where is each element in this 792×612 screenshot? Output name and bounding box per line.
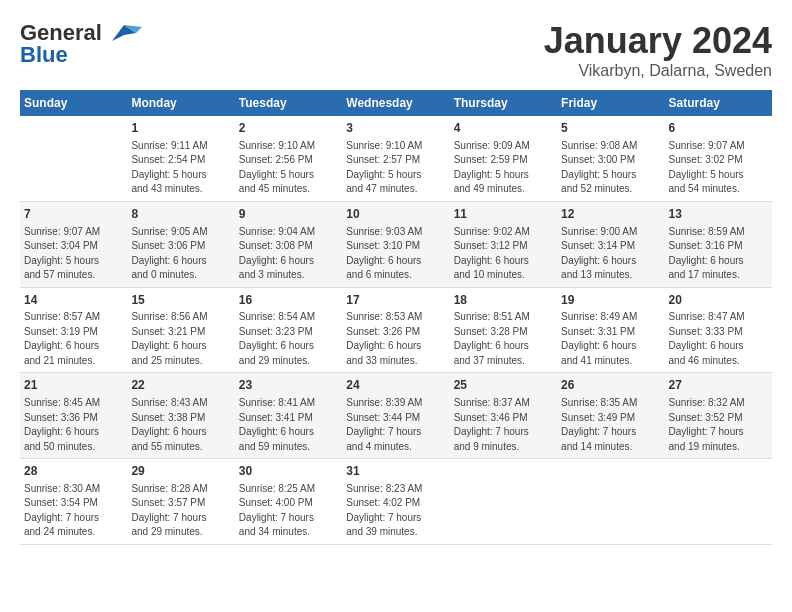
day-number: 10 [346,206,445,223]
day-number: 26 [561,377,660,394]
calendar-cell: 3Sunrise: 9:10 AM Sunset: 2:57 PM Daylig… [342,116,449,201]
calendar-cell: 28Sunrise: 8:30 AM Sunset: 3:54 PM Dayli… [20,459,127,545]
day-info: Sunrise: 9:03 AM Sunset: 3:10 PM Dayligh… [346,225,445,283]
page-header: General Blue January 2024 Vikarbyn, Dala… [20,20,772,80]
day-info: Sunrise: 8:56 AM Sunset: 3:21 PM Dayligh… [131,310,230,368]
calendar-cell: 8Sunrise: 9:05 AM Sunset: 3:06 PM Daylig… [127,201,234,287]
day-info: Sunrise: 8:41 AM Sunset: 3:41 PM Dayligh… [239,396,338,454]
day-number: 28 [24,463,123,480]
calendar-cell: 10Sunrise: 9:03 AM Sunset: 3:10 PM Dayli… [342,201,449,287]
calendar-cell: 11Sunrise: 9:02 AM Sunset: 3:12 PM Dayli… [450,201,557,287]
day-number: 11 [454,206,553,223]
day-info: Sunrise: 9:09 AM Sunset: 2:59 PM Dayligh… [454,139,553,197]
day-number: 5 [561,120,660,137]
calendar-cell [450,459,557,545]
day-of-week-header: Thursday [450,90,557,116]
calendar-cell: 1Sunrise: 9:11 AM Sunset: 2:54 PM Daylig… [127,116,234,201]
day-info: Sunrise: 8:39 AM Sunset: 3:44 PM Dayligh… [346,396,445,454]
calendar-cell: 22Sunrise: 8:43 AM Sunset: 3:38 PM Dayli… [127,373,234,459]
day-of-week-header: Monday [127,90,234,116]
calendar-cell: 20Sunrise: 8:47 AM Sunset: 3:33 PM Dayli… [665,287,772,373]
calendar-cell: 5Sunrise: 9:08 AM Sunset: 3:00 PM Daylig… [557,116,664,201]
calendar-cell: 23Sunrise: 8:41 AM Sunset: 3:41 PM Dayli… [235,373,342,459]
day-info: Sunrise: 8:25 AM Sunset: 4:00 PM Dayligh… [239,482,338,540]
day-info: Sunrise: 9:10 AM Sunset: 2:56 PM Dayligh… [239,139,338,197]
day-number: 8 [131,206,230,223]
day-number: 20 [669,292,768,309]
day-number: 30 [239,463,338,480]
day-info: Sunrise: 8:47 AM Sunset: 3:33 PM Dayligh… [669,310,768,368]
day-info: Sunrise: 9:00 AM Sunset: 3:14 PM Dayligh… [561,225,660,283]
calendar-cell [665,459,772,545]
calendar-cell: 16Sunrise: 8:54 AM Sunset: 3:23 PM Dayli… [235,287,342,373]
logo: General Blue [20,20,142,68]
calendar-cell: 14Sunrise: 8:57 AM Sunset: 3:19 PM Dayli… [20,287,127,373]
day-number: 16 [239,292,338,309]
day-number: 6 [669,120,768,137]
calendar-cell: 2Sunrise: 9:10 AM Sunset: 2:56 PM Daylig… [235,116,342,201]
day-info: Sunrise: 8:45 AM Sunset: 3:36 PM Dayligh… [24,396,123,454]
day-info: Sunrise: 9:07 AM Sunset: 3:02 PM Dayligh… [669,139,768,197]
calendar-cell: 29Sunrise: 8:28 AM Sunset: 3:57 PM Dayli… [127,459,234,545]
calendar-cell: 25Sunrise: 8:37 AM Sunset: 3:46 PM Dayli… [450,373,557,459]
calendar-cell [20,116,127,201]
day-info: Sunrise: 9:02 AM Sunset: 3:12 PM Dayligh… [454,225,553,283]
calendar-cell: 9Sunrise: 9:04 AM Sunset: 3:08 PM Daylig… [235,201,342,287]
calendar-cell [557,459,664,545]
calendar-cell: 26Sunrise: 8:35 AM Sunset: 3:49 PM Dayli… [557,373,664,459]
day-of-week-header: Friday [557,90,664,116]
calendar-week-row: 7Sunrise: 9:07 AM Sunset: 3:04 PM Daylig… [20,201,772,287]
day-number: 19 [561,292,660,309]
day-info: Sunrise: 9:05 AM Sunset: 3:06 PM Dayligh… [131,225,230,283]
day-number: 21 [24,377,123,394]
day-number: 17 [346,292,445,309]
day-number: 22 [131,377,230,394]
day-info: Sunrise: 9:07 AM Sunset: 3:04 PM Dayligh… [24,225,123,283]
day-number: 9 [239,206,338,223]
calendar-cell: 15Sunrise: 8:56 AM Sunset: 3:21 PM Dayli… [127,287,234,373]
day-info: Sunrise: 8:35 AM Sunset: 3:49 PM Dayligh… [561,396,660,454]
day-info: Sunrise: 9:10 AM Sunset: 2:57 PM Dayligh… [346,139,445,197]
calendar-cell: 27Sunrise: 8:32 AM Sunset: 3:52 PM Dayli… [665,373,772,459]
calendar-cell: 19Sunrise: 8:49 AM Sunset: 3:31 PM Dayli… [557,287,664,373]
day-info: Sunrise: 8:30 AM Sunset: 3:54 PM Dayligh… [24,482,123,540]
day-info: Sunrise: 9:08 AM Sunset: 3:00 PM Dayligh… [561,139,660,197]
day-info: Sunrise: 9:04 AM Sunset: 3:08 PM Dayligh… [239,225,338,283]
calendar-cell: 24Sunrise: 8:39 AM Sunset: 3:44 PM Dayli… [342,373,449,459]
day-of-week-header: Tuesday [235,90,342,116]
calendar-cell: 18Sunrise: 8:51 AM Sunset: 3:28 PM Dayli… [450,287,557,373]
calendar-week-row: 14Sunrise: 8:57 AM Sunset: 3:19 PM Dayli… [20,287,772,373]
day-number: 7 [24,206,123,223]
day-info: Sunrise: 8:28 AM Sunset: 3:57 PM Dayligh… [131,482,230,540]
day-number: 12 [561,206,660,223]
day-number: 23 [239,377,338,394]
month-title: January 2024 [544,20,772,62]
calendar-week-row: 28Sunrise: 8:30 AM Sunset: 3:54 PM Dayli… [20,459,772,545]
day-number: 18 [454,292,553,309]
day-number: 27 [669,377,768,394]
day-number: 25 [454,377,553,394]
calendar-table: SundayMondayTuesdayWednesdayThursdayFrid… [20,90,772,545]
day-of-week-header: Wednesday [342,90,449,116]
calendar-cell: 31Sunrise: 8:23 AM Sunset: 4:02 PM Dayli… [342,459,449,545]
day-info: Sunrise: 8:59 AM Sunset: 3:16 PM Dayligh… [669,225,768,283]
calendar-cell: 4Sunrise: 9:09 AM Sunset: 2:59 PM Daylig… [450,116,557,201]
calendar-cell: 30Sunrise: 8:25 AM Sunset: 4:00 PM Dayli… [235,459,342,545]
day-number: 15 [131,292,230,309]
day-number: 13 [669,206,768,223]
calendar-week-row: 21Sunrise: 8:45 AM Sunset: 3:36 PM Dayli… [20,373,772,459]
title-block: January 2024 Vikarbyn, Dalarna, Sweden [544,20,772,80]
day-number: 31 [346,463,445,480]
day-number: 2 [239,120,338,137]
day-of-week-header: Saturday [665,90,772,116]
day-info: Sunrise: 8:53 AM Sunset: 3:26 PM Dayligh… [346,310,445,368]
calendar-cell: 21Sunrise: 8:45 AM Sunset: 3:36 PM Dayli… [20,373,127,459]
logo-blue: Blue [20,42,68,68]
day-info: Sunrise: 8:32 AM Sunset: 3:52 PM Dayligh… [669,396,768,454]
day-number: 24 [346,377,445,394]
day-number: 4 [454,120,553,137]
day-number: 29 [131,463,230,480]
day-number: 14 [24,292,123,309]
calendar-week-row: 1Sunrise: 9:11 AM Sunset: 2:54 PM Daylig… [20,116,772,201]
calendar-header-row: SundayMondayTuesdayWednesdayThursdayFrid… [20,90,772,116]
